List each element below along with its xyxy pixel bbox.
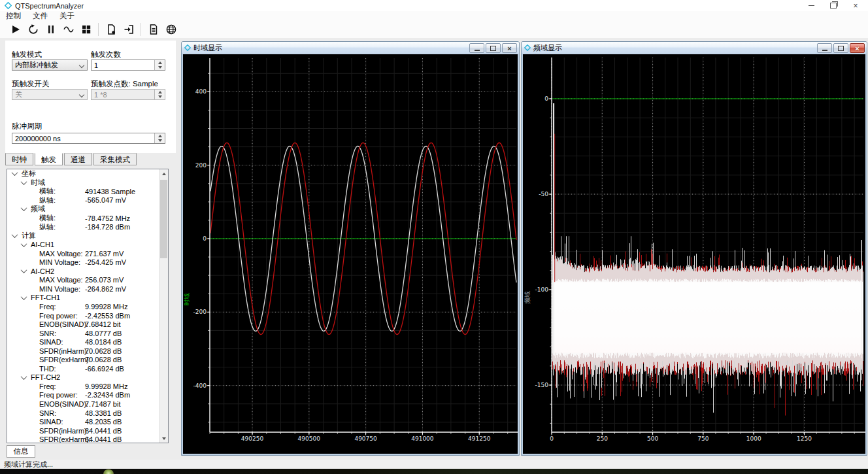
chevron-expanded-icon[interactable] (21, 178, 27, 185)
tree-row[interactable]: 频域 (7, 205, 168, 214)
trigger-count-spinbox[interactable]: 1 (91, 59, 165, 71)
tree-item-value: 70.0628 dB (85, 356, 122, 364)
spin-buttons[interactable] (154, 90, 165, 99)
arrow-up-icon (158, 61, 162, 64)
tree-row[interactable]: 时域 (7, 178, 168, 188)
close-button[interactable]: × (502, 43, 517, 53)
close-button[interactable]: × (850, 43, 865, 53)
chevron-expanded-icon[interactable] (21, 294, 27, 300)
tree-row[interactable]: MIN Voltage:-254.425 mV (7, 258, 168, 267)
record-file-button[interactable] (102, 22, 120, 37)
time-domain-plot[interactable]: 4902504905004907504910004912504002000-20… (183, 54, 518, 454)
tree-row[interactable]: Freq power:-2.42553 dBm (7, 311, 168, 320)
trigger-mode-combo[interactable]: 内部脉冲触发 (12, 59, 88, 71)
tree-row[interactable]: AI-CH2 (7, 267, 168, 276)
chevron-expanded-icon[interactable] (21, 373, 27, 380)
maximize-button[interactable] (486, 43, 501, 53)
menu-file[interactable]: 文件 (27, 11, 54, 20)
tree-row[interactable]: AI-CH1 (7, 240, 168, 249)
maximize-icon (490, 46, 496, 51)
tree-body: 坐标时域横轴:491438 Sample纵轴:-565.047 mV频域横轴:-… (7, 169, 168, 443)
menu-control[interactable]: 控制 (0, 11, 27, 20)
tree-row[interactable]: 计算 (7, 231, 168, 241)
tree-item-value: -2.32434 dBm (85, 391, 130, 399)
tree-row[interactable]: MAX Voltage:271.637 mV (7, 249, 168, 258)
freq-domain-plot[interactable]: 0250500750100012500-50-100-150频域 (523, 54, 865, 454)
scroll-up-button[interactable] (159, 169, 168, 178)
maximize-button[interactable] (833, 43, 848, 53)
tree-item-label: FFT-CH1 (31, 294, 60, 301)
taskbar-app-icon[interactable] (103, 469, 114, 474)
tree-row[interactable]: FFT-CH2 (7, 373, 168, 382)
tree-row[interactable]: SFDR(exHarm):64.0441 dB (7, 435, 168, 443)
pretrigger-points-spinbox[interactable]: 1 *8 (91, 89, 165, 100)
taskbar[interactable] (0, 469, 868, 474)
minimize-button[interactable] (817, 43, 832, 53)
tree-row[interactable]: FFT-CH1 (7, 294, 168, 303)
tree-item-label: MAX Voltage: (39, 276, 83, 284)
svg-text:491000: 491000 (411, 435, 434, 442)
tree-scrollbar[interactable] (159, 169, 168, 443)
tab-0[interactable]: 时钟 (5, 153, 33, 165)
tree-item-label: ENOB(SINAD): (39, 400, 88, 408)
waveform-button[interactable] (59, 22, 77, 37)
tree-row[interactable]: SFDR(inHarm):64.0441 dB (7, 426, 168, 435)
pause-button[interactable] (42, 22, 59, 37)
chevron-expanded-icon[interactable] (12, 169, 18, 176)
menu-about[interactable]: 关于 (54, 11, 80, 20)
scrollbar-thumb[interactable] (160, 180, 167, 258)
report-file-button[interactable] (144, 22, 162, 37)
minimize-button[interactable] (469, 43, 484, 53)
play-button[interactable] (7, 22, 24, 37)
tree-row[interactable]: MAX Voltage:256.073 mV (7, 276, 168, 285)
tree-row[interactable]: Freq:9.99928 MHz (7, 382, 168, 391)
tree-row[interactable]: THD:-66.6924 dB (7, 364, 168, 373)
tree-item-label: Freq power: (39, 391, 78, 399)
tree-row[interactable]: Freq power:-2.32434 dBm (7, 391, 168, 400)
tree-row[interactable]: 横轴:491438 Sample (7, 187, 168, 196)
tree-row[interactable]: 纵轴:-184.728 dBm (7, 222, 168, 231)
tree-row[interactable]: MIN Voltage:-264.862 mV (7, 284, 168, 294)
pulse-period-spinbox[interactable]: 200000000 ns (12, 133, 165, 144)
network-button[interactable] (162, 22, 180, 37)
tree-row[interactable]: ENOB(SINAD):7.71487 bit (7, 399, 168, 409)
tree-row[interactable]: SNR:48.3381 dB (7, 409, 168, 418)
tree-item-value: -254.425 mV (85, 258, 126, 266)
spin-buttons[interactable] (154, 133, 165, 143)
pretrigger-switch-combo[interactable]: 关 (12, 89, 88, 100)
chevron-expanded-icon[interactable] (21, 205, 27, 212)
chevron-down-icon (79, 63, 84, 68)
time-window-titlebar[interactable]: 时域显示 × (182, 42, 519, 54)
tree-row[interactable]: 坐标 (7, 169, 168, 178)
tree-row[interactable]: SINAD:48.0184 dB (7, 337, 168, 347)
tree-row[interactable]: 横轴:-78.4752 MHz (7, 214, 168, 223)
tab-info[interactable]: 信息 (7, 445, 35, 458)
chevron-expanded-icon[interactable] (21, 241, 27, 247)
spin-buttons[interactable] (154, 60, 165, 70)
titlebar[interactable]: QTSpectrumAnalyzer × (0, 0, 868, 11)
tree-item-value: 9.99928 MHz (85, 382, 127, 390)
tree-row[interactable]: 纵轴:-565.047 mV (7, 196, 168, 205)
scroll-down-button[interactable] (159, 434, 168, 443)
grid-button[interactable] (77, 22, 95, 37)
tab-1[interactable]: 触发 (35, 153, 63, 165)
tab-2[interactable]: 通道 (64, 153, 92, 165)
close-button[interactable]: × (844, 0, 867, 11)
chevron-expanded-icon[interactable] (21, 267, 27, 273)
tree-row[interactable]: Freq:9.99928 MHz (7, 302, 168, 311)
info-tab-label: 信息 (14, 447, 29, 456)
freq-window-titlebar[interactable]: 频域显示 × (522, 42, 867, 54)
export-session-button[interactable] (120, 22, 137, 37)
minimize-button[interactable] (800, 0, 822, 11)
tree-row[interactable]: SFDR(exHarm):70.0628 dB (7, 355, 168, 364)
restore-button[interactable] (822, 0, 844, 11)
tab-3[interactable]: 采集模式 (93, 153, 137, 165)
tree-item-label: MIN Voltage: (39, 258, 80, 266)
tree-row[interactable]: SNR:48.0777 dB (7, 329, 168, 338)
tree-row[interactable]: SINAD:48.2035 dB (7, 417, 168, 426)
chevron-expanded-icon[interactable] (12, 231, 18, 238)
tree-item-label: SINAD: (39, 338, 63, 346)
tree-row[interactable]: ENOB(SINAD):7.68412 bit (7, 320, 168, 329)
loop-button[interactable] (24, 22, 42, 37)
tree-row[interactable]: SFDR(inHarm):70.0628 dB (7, 347, 168, 356)
